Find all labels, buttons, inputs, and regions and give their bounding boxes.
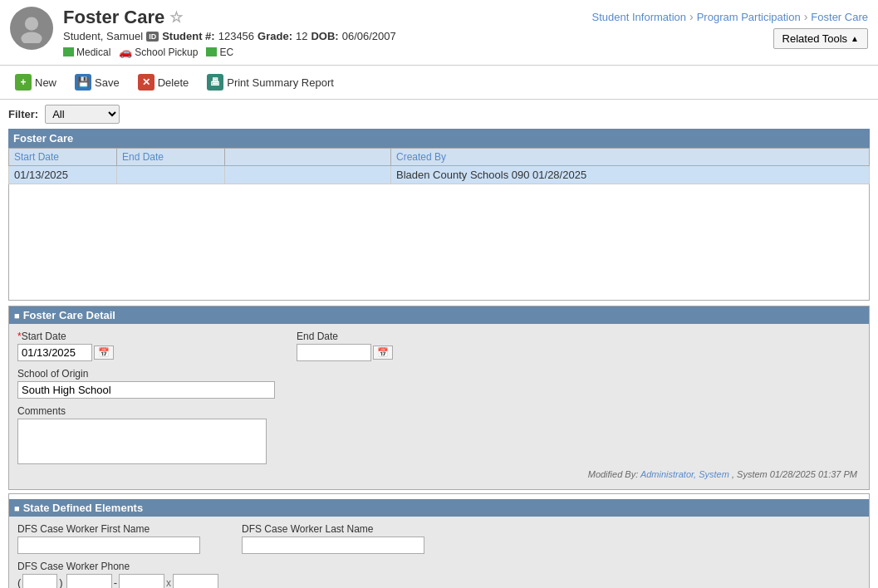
detail-dates-row: *Start Date 📅 End Date 📅	[17, 331, 861, 361]
detail-body: *Start Date 📅 End Date 📅 School of Origi…	[9, 324, 869, 489]
end-date-calendar-button[interactable]: 📅	[373, 345, 393, 360]
table-row-empty	[9, 184, 870, 301]
grade-label: Grade:	[258, 30, 292, 42]
dfs-phone-group: DFS Case Worker Phone ( ) - x	[17, 561, 861, 588]
filter-row: Filter: All Active Inactive	[0, 100, 878, 129]
dfs-first-name-group: DFS Case Worker First Name	[17, 523, 200, 554]
state-collapse-icon[interactable]: ■	[14, 503, 20, 513]
dfs-last-name-input[interactable]	[242, 537, 424, 554]
dfs-first-name-label: DFS Case Worker First Name	[17, 523, 200, 535]
id-icon: ID	[146, 32, 159, 42]
favorite-star[interactable]: ☆	[169, 8, 183, 27]
col-end-date[interactable]: End Date	[117, 149, 225, 166]
foster-care-table: Start Date End Date Created By 01/13/202…	[8, 148, 870, 301]
save-label: Save	[95, 76, 120, 89]
detail-header: ■ Foster Care Detail	[9, 306, 869, 324]
end-date-input[interactable]	[297, 344, 371, 361]
student-avatar	[10, 7, 53, 50]
new-button[interactable]: + New	[7, 71, 65, 94]
start-date-input[interactable]	[17, 344, 92, 361]
comments-textarea[interactable]	[17, 419, 267, 464]
end-date-wrapper: 📅	[297, 344, 393, 361]
modified-date-value: 01/28/2025 01:37 PM	[770, 469, 857, 479]
col-created-by[interactable]: Created By	[391, 149, 870, 166]
start-date-calendar-button[interactable]: 📅	[94, 345, 114, 360]
toolbar: + New 💾 Save ✕ Delete 🖶 Print Summary Re…	[0, 66, 878, 100]
chevron-up-icon: ▲	[851, 34, 859, 43]
foster-care-detail-section: ■ Foster Care Detail *Start Date 📅 End D…	[8, 306, 870, 490]
state-title: State Defined Elements	[23, 502, 144, 514]
badge-ec[interactable]: EC	[206, 46, 233, 58]
breadcrumb-student-info[interactable]: Student Information	[592, 11, 686, 23]
cell-start-date: 01/13/2025	[9, 166, 117, 184]
modified-date: , System	[732, 469, 770, 479]
header-right: Student Information › Program Participat…	[592, 7, 868, 49]
new-icon: +	[15, 74, 32, 91]
breadcrumb-program-participation[interactable]: Program Participation	[697, 11, 801, 23]
school-of-origin-input[interactable]	[17, 381, 275, 399]
phone-open-paren: (	[17, 576, 21, 588]
col-empty	[225, 149, 391, 166]
dfs-last-name-label: DFS Case Worker Last Name	[242, 523, 424, 535]
dfs-name-row: DFS Case Worker First Name DFS Case Work…	[17, 523, 861, 554]
delete-label: Delete	[158, 76, 189, 89]
col-start-date[interactable]: Start Date	[9, 149, 117, 166]
car-icon: 🚗	[119, 46, 132, 58]
dfs-first-name-input[interactable]	[17, 537, 200, 554]
related-tools-button[interactable]: Related Tools ▲	[773, 28, 868, 49]
save-icon: 💾	[75, 74, 91, 91]
state-body: DFS Case Worker First Name DFS Case Work…	[9, 517, 869, 588]
detail-collapse-icon[interactable]: ■	[14, 311, 20, 321]
svg-point-1	[21, 32, 42, 44]
phone-main-input[interactable]	[66, 574, 112, 588]
foster-care-table-title: Foster Care	[8, 129, 870, 148]
cell-col3	[225, 166, 391, 184]
dob-label: DOB:	[311, 30, 338, 42]
cell-end-date	[117, 166, 225, 184]
print-label: Print Summary Report	[227, 76, 334, 89]
save-button[interactable]: 💾 Save	[66, 71, 128, 94]
required-star: *	[17, 331, 22, 342]
delete-button[interactable]: ✕ Delete	[130, 71, 198, 94]
student-details-row: Student, Samuel ID Student #: 123456 Gra…	[63, 30, 592, 42]
breadcrumb-sep-2: ›	[804, 10, 808, 23]
modified-by-prefix: Modified By:	[588, 469, 640, 479]
modified-by-row: Modified By: Administrator, System , Sys…	[17, 468, 861, 483]
table-row[interactable]: 01/13/2025 Bladen County Schools 090 01/…	[9, 166, 870, 184]
new-label: New	[35, 76, 56, 89]
start-date-group: *Start Date 📅	[17, 331, 114, 361]
breadcrumb-foster-care: Foster Care	[811, 11, 868, 23]
breadcrumb-sep-1: ›	[689, 10, 694, 23]
badge-medical[interactable]: Medical	[63, 46, 110, 58]
phone-ext-input[interactable]	[173, 574, 218, 588]
grade-value: 12	[296, 30, 307, 42]
phone-x-label: x	[166, 577, 171, 589]
start-date-wrapper: 📅	[17, 344, 114, 361]
phone-area-input[interactable]	[22, 574, 57, 588]
flag-ec-icon	[206, 47, 217, 56]
start-date-label: *Start Date	[17, 331, 114, 342]
student-number-value: 123456	[218, 30, 254, 42]
student-number-label: Student #:	[162, 30, 215, 42]
comments-group: Comments	[17, 405, 861, 464]
filter-select[interactable]: All Active Inactive	[45, 105, 120, 124]
print-button[interactable]: 🖶 Print Summary Report	[199, 71, 342, 94]
flag-medical-icon	[63, 47, 74, 56]
cell-created-by: Bladen County Schools 090 01/28/2025	[391, 166, 870, 184]
end-date-label: End Date	[297, 331, 393, 342]
filter-label: Filter:	[8, 108, 38, 120]
page-title: Foster Care	[63, 7, 164, 28]
school-of-origin-group: School of Origin	[17, 368, 861, 399]
dfs-phone-label: DFS Case Worker Phone	[17, 561, 861, 572]
end-date-group: End Date 📅	[297, 331, 393, 361]
delete-icon: ✕	[138, 74, 155, 91]
modified-by-value: Administrator, System	[640, 469, 729, 479]
phone-row: ( ) - x	[17, 574, 861, 588]
student-badges: Medical 🚗 School Pickup EC	[63, 46, 592, 58]
student-info-section: Foster Care ☆ Student, Samuel ID Student…	[63, 7, 592, 58]
state-elements-section: ■ State Defined Elements DFS Case Worker…	[8, 493, 870, 588]
phone-last4-input[interactable]	[119, 574, 164, 588]
comments-label: Comments	[17, 405, 861, 417]
badge-school-pickup[interactable]: 🚗 School Pickup	[119, 46, 198, 58]
student-name-row: Foster Care ☆	[63, 7, 592, 28]
